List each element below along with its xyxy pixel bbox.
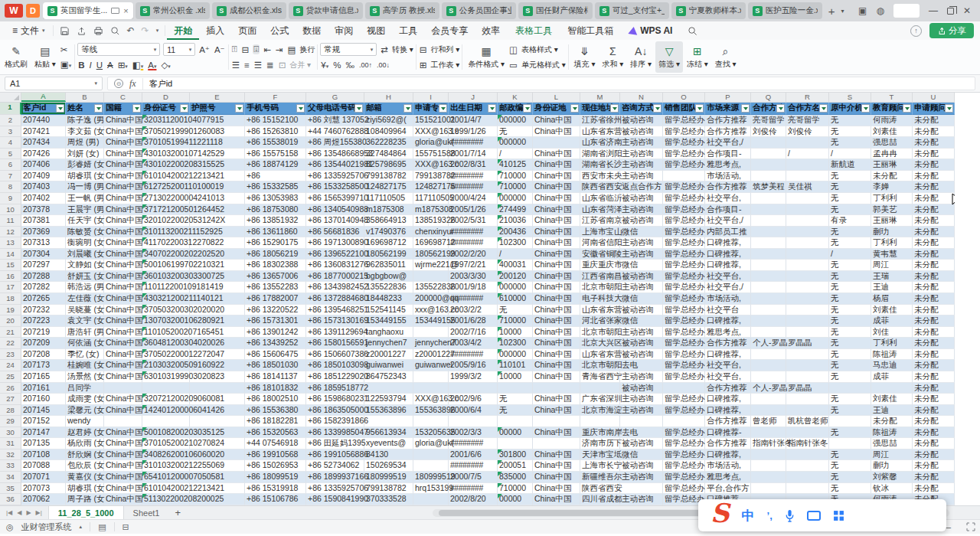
cell-K11[interactable]: 210036 — [498, 215, 533, 227]
row-number[interactable]: 20 — [0, 315, 21, 327]
align-right-icon[interactable]: ☰ — [253, 60, 263, 70]
column-header-A[interactable]: A — [21, 93, 66, 102]
cell-S8[interactable]: 无 — [829, 181, 871, 193]
font-color-button[interactable]: A▾ — [147, 60, 157, 70]
cell-C28[interactable]: China中国 — [104, 405, 142, 417]
cell-F6[interactable]: +86 18874129 — [245, 159, 306, 171]
underline-button[interactable]: U — [96, 60, 103, 70]
cell-P9[interactable]: 社交平台, — [705, 193, 751, 204]
cell-Q24[interactable] — [751, 360, 786, 371]
ime-keyboard-icon[interactable] — [807, 511, 821, 521]
cell-T8[interactable]: 李婵 — [871, 181, 913, 193]
row-number[interactable]: 26 — [0, 383, 21, 394]
cell-H5[interactable]: 327484864 — [364, 149, 413, 160]
cell-O23[interactable]: 留学总经办 — [663, 349, 705, 361]
formula-content[interactable]: 客户id — [142, 78, 173, 90]
cell-F7[interactable]: +86 — [245, 171, 306, 182]
cell-A25[interactable]: 207165 — [21, 371, 66, 383]
cell-style-button[interactable]: 单元格样式 ▾ — [521, 60, 566, 70]
cell-Q23[interactable] — [751, 349, 786, 361]
row-number[interactable]: 22 — [0, 338, 21, 349]
row-number[interactable]: 18 — [0, 293, 21, 305]
cell-O32[interactable]: 留学总经办 — [663, 449, 705, 461]
cell-U19[interactable]: 未分配 — [913, 305, 955, 316]
cell-R12[interactable] — [786, 227, 829, 238]
row-number[interactable]: 5 — [0, 149, 21, 160]
cell-T15[interactable]: 周江 — [871, 260, 913, 271]
cell-N19[interactable]: 被动咨询 — [620, 305, 663, 316]
cell-F5[interactable]: +86 15575158 — [245, 149, 306, 160]
cell-Q29[interactable]: 曾老师 — [751, 416, 786, 427]
cell-I35[interactable]: hrq153199 — [413, 483, 449, 495]
cell-Q6[interactable] — [751, 159, 786, 171]
filter-dropdown-icon[interactable] — [653, 104, 662, 113]
header-cell-K1[interactable]: 邮政编码 — [498, 103, 533, 115]
cell-L6[interactable]: China中国 — [533, 159, 580, 171]
cell-N7[interactable]: 主动咨询 — [620, 171, 663, 182]
cell-O28[interactable]: 留学总经办 — [663, 405, 705, 417]
cell-G34[interactable]: +86 1899937166 — [306, 472, 364, 483]
cell-T20[interactable]: 成菲 — [871, 315, 913, 327]
cell-H15[interactable]: 962835011 — [364, 260, 413, 271]
cell-T34[interactable]: 刘紫馨 — [871, 472, 913, 483]
cell-U24[interactable]: 未分配 — [913, 360, 955, 371]
cell-D33[interactable]: 310103200212255069 — [142, 460, 190, 472]
cell-C34[interactable]: China中国 — [104, 472, 142, 483]
cell-U17[interactable]: 未分配 — [913, 282, 955, 293]
new-document-tab-button[interactable]: + — [825, 5, 838, 18]
cell-U25[interactable]: 未分配 — [913, 371, 955, 383]
convert-button[interactable]: ⇄ — [380, 44, 389, 55]
cell-K33[interactable]: 200051 — [498, 460, 533, 472]
cell-J32[interactable]: 2001/6/6 — [449, 449, 498, 461]
cell-L15[interactable]: China中国 — [533, 260, 580, 271]
cell-L27[interactable]: China中国 — [533, 394, 580, 405]
wps-ai-button[interactable]: WPS AI — [622, 25, 679, 36]
rows-cols-button[interactable]: 行和列 ▾ — [430, 44, 459, 55]
cell-F34[interactable]: +86 18099519 — [245, 472, 306, 483]
cell-I30[interactable]: 153205635 — [413, 427, 449, 439]
cell-D5[interactable]: 430103200107142529 — [142, 149, 190, 160]
cell-D36[interactable]: 511302200208200025 — [142, 494, 190, 505]
cell-B3[interactable]: 李文茹 (女 — [66, 126, 104, 138]
cell-A27[interactable]: 207160 — [21, 394, 66, 405]
cell-O33[interactable]: 留学总经办 — [663, 460, 705, 472]
cell-M34[interactable]: 新疆维吾尔 — [580, 472, 620, 483]
cell-M14[interactable]: 安徽省铜陵 — [580, 249, 620, 260]
cell-H12[interactable]: v17490376 — [364, 227, 413, 238]
filter-dropdown-icon[interactable] — [695, 104, 704, 113]
cell-N29[interactable] — [620, 416, 663, 427]
cell-D20[interactable]: 130703200106280921 — [142, 315, 190, 327]
cell-R33[interactable] — [786, 460, 829, 472]
cell-L28[interactable]: China中国 — [533, 405, 580, 417]
cell-J13[interactable]: ######## — [449, 237, 498, 249]
cell-R14[interactable] — [786, 249, 829, 260]
cell-H35[interactable]: 799138782 — [364, 483, 413, 495]
cell-B13[interactable]: 衡琬明 (女 — [66, 237, 104, 249]
cell-C26[interactable] — [104, 383, 142, 394]
cell-L33[interactable]: China中国 — [533, 460, 580, 472]
cell-F28[interactable]: +86 15536380 — [245, 405, 306, 417]
cell-L8[interactable]: China中国 — [533, 181, 580, 193]
cell-L3[interactable]: China中国 — [533, 126, 580, 138]
cell-K9[interactable]: 000000 — [498, 193, 533, 204]
cell-H17[interactable]: 135522836 — [364, 282, 413, 293]
cell-R28[interactable] — [786, 405, 829, 417]
row-number[interactable]: 35 — [0, 483, 21, 495]
justify-icon[interactable]: ≣ — [266, 60, 275, 70]
row-number[interactable]: 31 — [0, 438, 21, 449]
cell-A8[interactable]: 207403 — [21, 181, 66, 193]
header-cell-N1[interactable]: 咨询方式 — [620, 103, 663, 115]
cell-T19[interactable]: 刘素佳 — [871, 305, 913, 316]
cell-P11[interactable]: 社交平台,/ — [705, 215, 751, 227]
ime-language-toggle[interactable]: 中 — [742, 507, 755, 525]
document-tab[interactable]: S公务员国企事业单位 — [442, 2, 516, 19]
cell-N17[interactable]: 主动咨询 — [620, 282, 663, 293]
cell-H33[interactable]: 150269534 — [364, 460, 413, 472]
cell-J19[interactable]: 2003/2/2 — [449, 305, 498, 316]
cell-S21[interactable]: 无 — [829, 327, 871, 338]
cell-A16[interactable]: 207288 — [21, 271, 66, 283]
cell-B26[interactable]: 吕同学 — [66, 383, 104, 394]
cell-F14[interactable]: +86 18056219 — [245, 249, 306, 260]
export-icon[interactable] — [77, 26, 87, 36]
cell-O31[interactable]: 留学总经办 — [663, 438, 705, 449]
